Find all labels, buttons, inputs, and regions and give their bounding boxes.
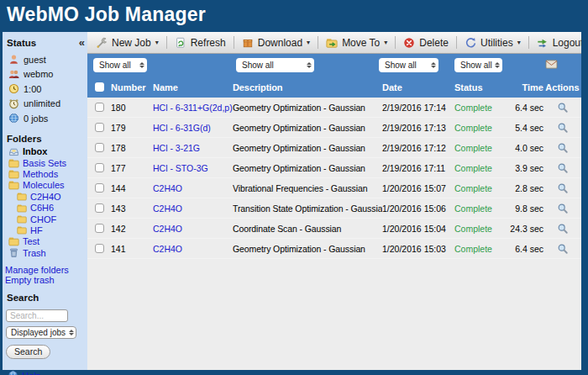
select-all-checkbox[interactable] bbox=[95, 82, 104, 92]
job-date: 2/19/2016 17:11 bbox=[382, 163, 454, 173]
row-checkbox[interactable] bbox=[95, 203, 104, 213]
magnifier-icon[interactable] bbox=[557, 122, 569, 134]
job-status: Complete bbox=[454, 143, 510, 153]
sidebar-item-basis-sets[interactable]: Basis Sets bbox=[8, 157, 87, 168]
refresh-button[interactable]: Refresh bbox=[169, 37, 232, 49]
description-filter-select[interactable]: Show all bbox=[236, 58, 314, 72]
row-checkbox[interactable] bbox=[95, 183, 104, 193]
folder-label: HF bbox=[30, 225, 43, 235]
column-header-number[interactable]: Number bbox=[111, 82, 153, 92]
job-name-link[interactable]: HCl - 6-311+G(2d,p) bbox=[153, 103, 233, 113]
job-name-link[interactable]: HCl - STO-3G bbox=[153, 163, 233, 173]
move-to-folder-icon bbox=[326, 37, 338, 49]
filter-row: Show all Show all Show all Show all bbox=[87, 54, 581, 77]
status-filter-select[interactable]: Show all bbox=[454, 58, 502, 72]
utilities-button[interactable]: Utilities ▾ bbox=[459, 37, 527, 49]
help-link[interactable]: Help bbox=[8, 370, 87, 375]
row-checkbox[interactable] bbox=[95, 244, 104, 253]
empty-trash-link[interactable]: Empty trash bbox=[3, 276, 87, 286]
delete-button[interactable]: Delete bbox=[397, 37, 454, 49]
sidebar-item-c2h4o[interactable]: C2H4O bbox=[8, 191, 87, 202]
job-date: 1/20/2016 15:04 bbox=[382, 224, 454, 234]
job-time: 9.8 sec bbox=[510, 203, 543, 214]
row-checkbox[interactable] bbox=[95, 143, 104, 152]
job-table-body: 180 HCl - 6-311+G(2d,p) Geometry Optimiz… bbox=[87, 98, 581, 370]
magnifier-icon[interactable] bbox=[557, 203, 569, 214]
sidebar-item-hf[interactable]: HF bbox=[8, 224, 87, 235]
page-title: WebMO Job Manager bbox=[7, 3, 206, 26]
job-name-link[interactable]: HCl - 6-31G(d) bbox=[153, 123, 233, 133]
webmo-job-manager-window: WebMO Job Manager Status « guest webmo 1 bbox=[0, 0, 588, 375]
status-item: 0 jobs bbox=[8, 111, 87, 126]
job-description: Transition State Optimization - Gaussian bbox=[233, 203, 382, 214]
logout-icon bbox=[537, 37, 549, 49]
search-button[interactable]: Search bbox=[6, 345, 50, 359]
sidebar-item-trash[interactable]: Trash bbox=[8, 247, 87, 258]
job-name-link[interactable]: C2H4O bbox=[153, 244, 233, 254]
magnifier-icon[interactable] bbox=[557, 142, 569, 154]
sidebar-item-chof[interactable]: CHOF bbox=[8, 214, 87, 224]
folders-heading: Folders bbox=[3, 126, 87, 146]
new-job-button[interactable]: New Job ▾ bbox=[90, 37, 165, 49]
toolbar-separator bbox=[166, 36, 167, 49]
date-filter-select[interactable]: Show all bbox=[379, 58, 438, 72]
dropdown-caret-icon: ▾ bbox=[517, 39, 521, 46]
collapse-sidebar-icon[interactable]: « bbox=[79, 38, 85, 47]
email-icon[interactable] bbox=[545, 59, 558, 70]
magnifier-icon[interactable] bbox=[557, 182, 569, 194]
job-name-link[interactable]: C2H4O bbox=[153, 203, 233, 214]
download-button[interactable]: Download ▾ bbox=[236, 37, 316, 49]
status-item: webmo bbox=[8, 67, 87, 82]
row-checkbox[interactable] bbox=[95, 103, 104, 112]
job-number: 143 bbox=[111, 203, 153, 214]
row-checkbox[interactable] bbox=[95, 224, 104, 233]
row-checkbox[interactable] bbox=[95, 163, 104, 172]
toolbar-separator bbox=[395, 36, 396, 49]
job-time: 6.4 sec bbox=[510, 103, 543, 113]
column-header-name[interactable]: Name bbox=[153, 82, 233, 92]
move-to-button[interactable]: Move To ▾ bbox=[320, 37, 393, 49]
magnifier-icon[interactable] bbox=[557, 223, 569, 235]
job-time: 4.0 sec bbox=[510, 143, 543, 153]
sidebar-item-c6h6[interactable]: C6H6 bbox=[8, 202, 87, 213]
trash-icon bbox=[8, 247, 19, 258]
column-header-time[interactable]: Time bbox=[510, 82, 543, 92]
status-server: webmo bbox=[24, 69, 53, 79]
status-time-limit: 1:00 bbox=[24, 84, 41, 94]
search-input[interactable] bbox=[6, 309, 68, 322]
job-status: Complete bbox=[454, 183, 510, 193]
job-description: Geometry Optimization - Gaussian bbox=[233, 143, 382, 153]
sidebar-item-molecules[interactable]: Molecules bbox=[8, 180, 87, 191]
folder-icon bbox=[17, 214, 27, 224]
status-item: unlimited bbox=[8, 97, 87, 112]
column-header-description[interactable]: Description bbox=[233, 82, 382, 92]
row-checkbox[interactable] bbox=[95, 123, 104, 132]
search-scope-select[interactable]: Displayed jobs bbox=[6, 326, 76, 339]
column-header-status[interactable]: Status bbox=[454, 82, 510, 92]
delete-icon bbox=[403, 37, 415, 49]
job-number: 144 bbox=[111, 183, 153, 193]
refresh-icon bbox=[175, 37, 186, 49]
sidebar-item-test[interactable]: Test bbox=[8, 236, 87, 247]
name-filter-select[interactable]: Show all bbox=[93, 58, 147, 72]
job-name-link[interactable]: C2H4O bbox=[153, 224, 233, 234]
sidebar-item-inbox[interactable]: Inbox bbox=[8, 146, 87, 157]
job-name-link[interactable]: C2H4O bbox=[153, 183, 233, 193]
table-row: 141 C2H4O Geometry Optimization - Gaussi… bbox=[87, 239, 581, 259]
magnifier-icon[interactable] bbox=[557, 102, 569, 114]
magnifier-icon[interactable] bbox=[557, 162, 569, 174]
folder-label: CHOF bbox=[30, 214, 56, 224]
help-label: Help bbox=[22, 371, 41, 375]
folder-label: Test bbox=[23, 236, 39, 246]
logout-button[interactable]: Logout bbox=[531, 37, 581, 49]
column-header-date[interactable]: Date bbox=[382, 82, 454, 92]
dropdown-caret-icon: ▾ bbox=[155, 39, 159, 46]
sidebar-item-methods[interactable]: Methods bbox=[8, 168, 87, 179]
search-heading: Search bbox=[3, 285, 87, 305]
magnifier-icon[interactable] bbox=[557, 243, 569, 255]
job-name-link[interactable]: HCl - 3-21G bbox=[153, 143, 233, 153]
folder-label: Molecules bbox=[23, 180, 65, 190]
table-row: 178 HCl - 3-21G Geometry Optimization - … bbox=[87, 138, 581, 158]
toolbar-separator bbox=[456, 36, 457, 49]
job-date: 2/19/2016 17:14 bbox=[382, 103, 454, 113]
